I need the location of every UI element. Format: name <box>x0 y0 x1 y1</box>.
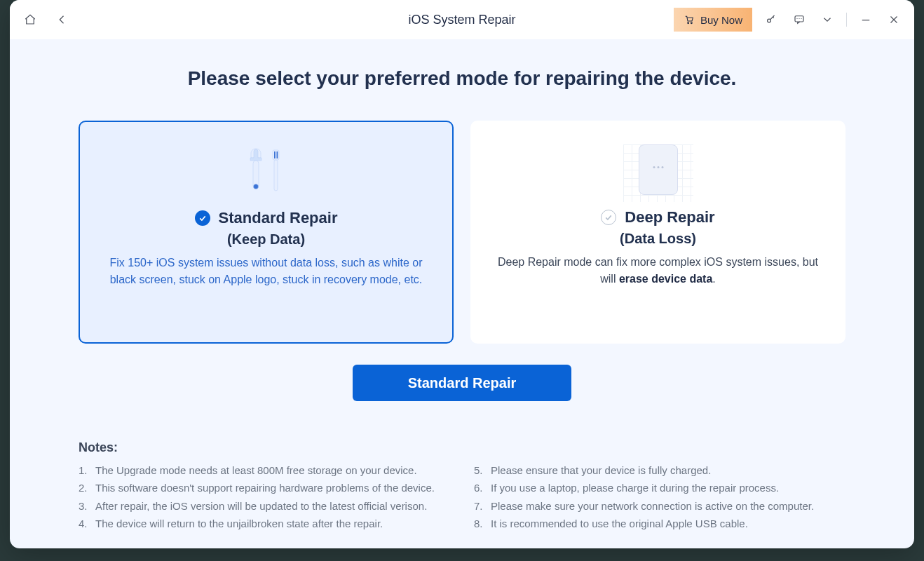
note-text: If you use a laptop, please charge it du… <box>491 480 779 496</box>
arrow-left-icon <box>56 13 69 26</box>
note-text: Please make sure your network connection… <box>491 498 814 514</box>
home-icon <box>24 13 36 26</box>
content-area: Please select your preferred mode for re… <box>10 39 914 548</box>
note-number: 1. <box>79 462 88 478</box>
card-deep-repair[interactable]: Deep Repair (Data Loss) Deep Repair mode… <box>470 121 845 344</box>
cart-icon <box>684 14 695 25</box>
close-button[interactable] <box>885 11 903 29</box>
note-number: 6. <box>474 480 484 496</box>
card-standard-title-row: Standard Repair <box>195 209 338 227</box>
buy-now-label: Buy Now <box>700 14 742 26</box>
note-text: The device will return to the unjailbrok… <box>95 515 383 532</box>
svg-point-1 <box>691 22 692 24</box>
svg-point-0 <box>688 22 689 24</box>
note-number: 5. <box>474 462 484 478</box>
svg-rect-7 <box>274 151 276 158</box>
back-button[interactable] <box>53 11 72 29</box>
note-item: 8.It is recommended to use the original … <box>474 515 845 532</box>
card-deep-title-row: Deep Repair <box>601 208 714 227</box>
notes-column-left: 1.The Upgrade mode needs at least 800M f… <box>79 462 450 533</box>
card-standard-description: Fix 150+ iOS system issues without data … <box>104 255 428 288</box>
app-window: iOS System Repair Buy Now <box>10 0 914 548</box>
note-text: After repair, the iOS version will be up… <box>95 498 427 514</box>
card-deep-desc-post: . <box>712 273 715 285</box>
note-item: 1.The Upgrade mode needs at least 800M f… <box>79 462 450 478</box>
note-text: This software doesn't support repairing … <box>95 480 435 496</box>
phone-illustration <box>623 141 693 203</box>
note-text: It is recommended to use the original Ap… <box>491 515 748 532</box>
headline: Please select your preferred mode for re… <box>79 67 845 90</box>
note-number: 7. <box>474 498 484 514</box>
note-number: 4. <box>79 515 88 532</box>
svg-point-5 <box>253 184 258 189</box>
feedback-button[interactable] <box>790 11 808 29</box>
chat-bubble-icon <box>793 13 806 26</box>
notes-columns: 1.The Upgrade mode needs at least 800M f… <box>79 462 845 533</box>
tools-illustration <box>242 142 291 203</box>
note-item: 3.After repair, the iOS version will be … <box>79 498 450 514</box>
note-number: 3. <box>79 498 88 514</box>
primary-action-button[interactable]: Standard Repair <box>353 365 571 401</box>
card-deep-description: Deep Repair mode can fix more complex iO… <box>495 254 821 288</box>
note-item: 5.Please ensure that your device is full… <box>474 462 845 478</box>
card-standard-subtitle: (Keep Data) <box>227 231 305 248</box>
note-text: Please ensure that your device is fully … <box>491 462 711 478</box>
card-standard-title: Standard Repair <box>219 209 338 227</box>
card-standard-repair[interactable]: Standard Repair (Keep Data) Fix 150+ iOS… <box>79 121 454 344</box>
card-deep-title: Deep Repair <box>625 208 714 227</box>
titlebar-divider <box>846 13 847 27</box>
note-item: 4.The device will return to the unjailbr… <box>79 515 450 532</box>
notes-heading: Notes: <box>79 440 845 455</box>
note-item: 2.This software doesn't support repairin… <box>79 480 450 496</box>
checkmark-badge-icon <box>195 210 210 226</box>
card-deep-desc-bold: erase device data <box>619 273 712 285</box>
titlebar: iOS System Repair Buy Now <box>10 0 914 39</box>
home-button[interactable] <box>21 11 39 29</box>
key-button[interactable] <box>762 11 780 29</box>
close-icon <box>888 13 900 26</box>
note-number: 8. <box>474 515 484 532</box>
card-deep-subtitle: (Data Loss) <box>620 231 696 247</box>
minimize-button[interactable] <box>857 11 875 29</box>
svg-rect-6 <box>273 150 279 160</box>
key-icon <box>765 13 777 26</box>
page-title: iOS System Repair <box>408 13 515 27</box>
note-number: 2. <box>79 480 88 496</box>
chevron-down-icon <box>821 13 834 26</box>
svg-point-2 <box>768 19 771 22</box>
titlebar-left <box>21 11 72 29</box>
dropdown-button[interactable] <box>818 11 836 29</box>
note-item: 7.Please make sure your network connecti… <box>474 498 845 514</box>
note-text: The Upgrade mode needs at least 800M fre… <box>95 462 417 478</box>
note-item: 6.If you use a laptop, please charge it … <box>474 480 845 496</box>
svg-rect-8 <box>276 151 278 158</box>
titlebar-right: Buy Now <box>674 8 903 32</box>
notes-column-right: 5.Please ensure that your device is full… <box>474 462 845 533</box>
minimize-icon <box>860 13 872 26</box>
mode-cards: Standard Repair (Keep Data) Fix 150+ iOS… <box>79 121 845 344</box>
svg-rect-9 <box>274 160 278 191</box>
buy-now-button[interactable]: Buy Now <box>674 8 752 32</box>
notes-section: Notes: 1.The Upgrade mode needs at least… <box>79 440 845 533</box>
unchecked-badge-icon <box>601 210 616 225</box>
